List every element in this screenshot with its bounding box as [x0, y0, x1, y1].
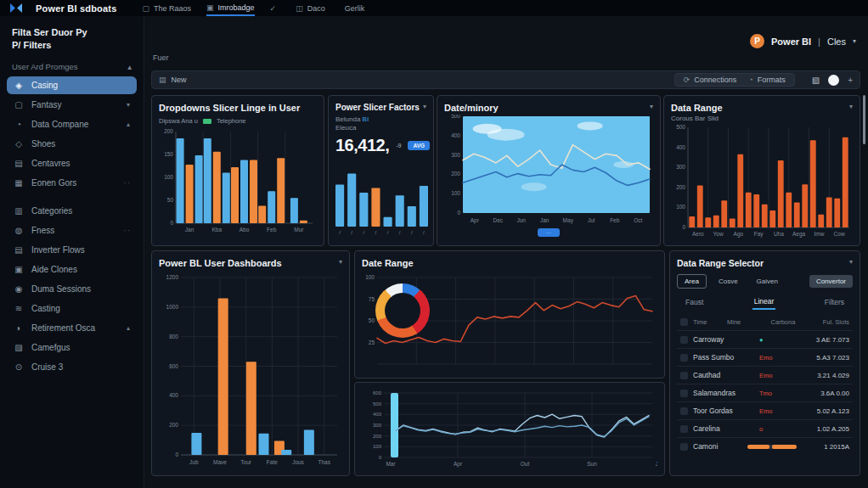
card-daterange-line: Date Range 100755025	[354, 250, 665, 379]
scrollbar-thumb[interactable]	[863, 95, 865, 144]
formats-button[interactable]: ◔ Formats	[748, 76, 785, 84]
table-row[interactable]: Carelinao1.02 A.205	[677, 419, 853, 437]
sidebar-item[interactable]: ⊙ Cruise 3	[7, 358, 137, 376]
kpi-badge[interactable]: AVG	[408, 141, 430, 150]
square-icon: ▢	[14, 100, 24, 109]
sidebar-item[interactable]: ◔ Data Compane ▴	[7, 115, 137, 133]
refresh-icon: ⟳	[684, 76, 690, 84]
svg-text:400: 400	[169, 392, 178, 398]
table-row[interactable]: Toor GordasEmo5.02 A.123	[677, 401, 853, 419]
svg-text:/: /	[363, 230, 364, 235]
sidebar-item-label: Categories	[31, 206, 72, 216]
header-checkbox[interactable]	[680, 318, 688, 326]
badge-icon: ▣	[206, 3, 214, 12]
topbar-menu-item[interactable]: ◫ Daco	[296, 0, 325, 16]
selector-button[interactable]: Gaiven	[750, 275, 785, 288]
svg-text:400: 400	[373, 412, 382, 417]
sidebar-item[interactable]: ◗ Retirement Osca ▴	[7, 319, 137, 337]
chevron-down-icon[interactable]: ▾	[650, 103, 653, 110]
table-row[interactable]: CauthadEmo3.21 4.029	[677, 366, 853, 384]
row-status: Tmo	[759, 390, 797, 397]
svg-text:100: 100	[676, 204, 685, 210]
sidebar-item[interactable]: ▢ Fantasy ▾	[7, 96, 137, 114]
svg-text:0: 0	[175, 452, 178, 457]
toggle-circle[interactable]	[828, 75, 839, 86]
row-checkbox[interactable]	[680, 372, 688, 379]
svg-text:Yow: Yow	[713, 231, 724, 237]
svg-text:/: /	[423, 230, 425, 235]
sidebar-item[interactable]: ◍ Fness · ·	[7, 222, 137, 239]
sidebar-item[interactable]: ◇ Shoes	[7, 135, 137, 153]
sidebar-item[interactable]: ▣ Aide Clones	[7, 261, 137, 278]
selector-tab[interactable]: Linear	[752, 294, 776, 310]
sidebar-item[interactable]: ▤ Centavres	[7, 154, 137, 172]
sidebar-item[interactable]: ▨ Camefgus	[7, 339, 137, 356]
target-icon: ⊙	[14, 362, 24, 372]
chevron-down-icon[interactable]: ▾	[423, 103, 426, 110]
card-title: Data Range Selector	[677, 258, 764, 268]
row-checkbox[interactable]	[680, 390, 688, 397]
svg-text:200: 200	[164, 128, 173, 134]
sidebar-nav: ◈ Casing ▢ Fantasy ▾ ◔ Data Compane ▴ ◇ …	[7, 76, 137, 376]
sidebar-item-label: Centavres	[31, 159, 70, 168]
sidebar-item-label: Data Compane	[31, 120, 88, 129]
selector-button[interactable]: Convertor	[809, 275, 853, 288]
svg-text:0: 0	[457, 210, 460, 216]
grid-icon: ◈	[14, 81, 24, 90]
topbar-menu-item[interactable]: ✓	[270, 0, 281, 16]
svg-text:Uha: Uha	[774, 231, 784, 237]
sidebar-item[interactable]: ▤ Inverter Flows	[7, 241, 137, 259]
row-progress-bar	[747, 445, 797, 449]
svg-text:Jub: Jub	[189, 459, 199, 465]
app-title: Power BI sdboats	[36, 3, 117, 14]
selector-tab[interactable]: Faust	[684, 295, 705, 309]
row-checkbox[interactable]	[680, 425, 688, 433]
sidebar-item[interactable]: ≋ Casting	[7, 300, 137, 317]
filter-icon[interactable]: ▧	[812, 76, 820, 85]
sidebar-item[interactable]: ◉ Duma Sessions	[7, 280, 137, 298]
sidebar-item[interactable]: ▥ Categories	[7, 202, 137, 220]
sidebar-section-header[interactable]: User Ard Promges ▴	[7, 59, 137, 76]
svg-text:Cow: Cow	[834, 231, 845, 237]
topbar-menu-item[interactable]: ▢ The Raaos	[143, 0, 192, 16]
table-row[interactable]: Pass SumboEmo5.A3 7.023	[677, 348, 853, 366]
svg-text:Fate: Fate	[267, 459, 278, 465]
selector-tab[interactable]: Filters	[823, 295, 846, 309]
topbar-menu-item[interactable]: Gerlik	[341, 0, 365, 16]
row-checkbox[interactable]	[680, 443, 688, 451]
menu-item-label: Daco	[307, 4, 325, 13]
discfull-icon: ◉	[14, 284, 24, 294]
chevron-down-icon[interactable]: ▾	[339, 258, 342, 266]
row-checkbox[interactable]	[680, 407, 688, 415]
table-row[interactable]: SalamandrasTmo3.6A 0.00	[677, 384, 853, 401]
svg-text:May: May	[563, 217, 574, 224]
new-button[interactable]: ▤ New	[159, 76, 187, 84]
row-name: Carelina	[693, 424, 754, 433]
row-checkbox[interactable]	[680, 354, 688, 362]
connections-button[interactable]: ⟳ Connections	[684, 76, 737, 84]
sidebar-item[interactable]: ▦ Eonen Gors · ·	[7, 174, 137, 192]
svg-text:500: 500	[373, 401, 382, 407]
bell-icon: ◍	[14, 226, 24, 235]
add-icon[interactable]: +	[848, 76, 853, 85]
svg-text:Apr: Apr	[454, 461, 463, 468]
table-row[interactable]: Carroway●3 AE 7.073	[677, 330, 853, 348]
table-row[interactable]: Camoni1 2015A	[677, 437, 853, 455]
sidebar-item[interactable]: ◈ Casing	[7, 76, 137, 94]
user-menu[interactable]: P Power BI | Cles ▾	[750, 34, 856, 48]
card-title: Power Slicer Factors	[335, 103, 420, 112]
selector-button[interactable]: Area	[677, 274, 707, 289]
chevron-down-icon[interactable]: ▾	[849, 103, 853, 110]
svg-text:300: 300	[676, 164, 685, 170]
circle-icon: ◔	[14, 120, 24, 129]
card-dropdown-slicer: Dropdowns Slicer Linge in User Dipswa An…	[151, 95, 324, 246]
svg-text:Jous: Jous	[292, 459, 304, 465]
svg-text:/: /	[387, 230, 389, 235]
chevron-down-icon[interactable]: ▾	[849, 258, 853, 266]
row-checkbox[interactable]	[680, 336, 688, 344]
avatar[interactable]: P	[750, 34, 764, 48]
selector-button[interactable]: Cosve	[712, 275, 745, 288]
topbar-menu-item[interactable]: ▣ Imrobadge	[206, 0, 255, 16]
sidebar-item-label: Camefgus	[31, 343, 70, 352]
chart-action-button[interactable]: ···	[538, 228, 560, 237]
